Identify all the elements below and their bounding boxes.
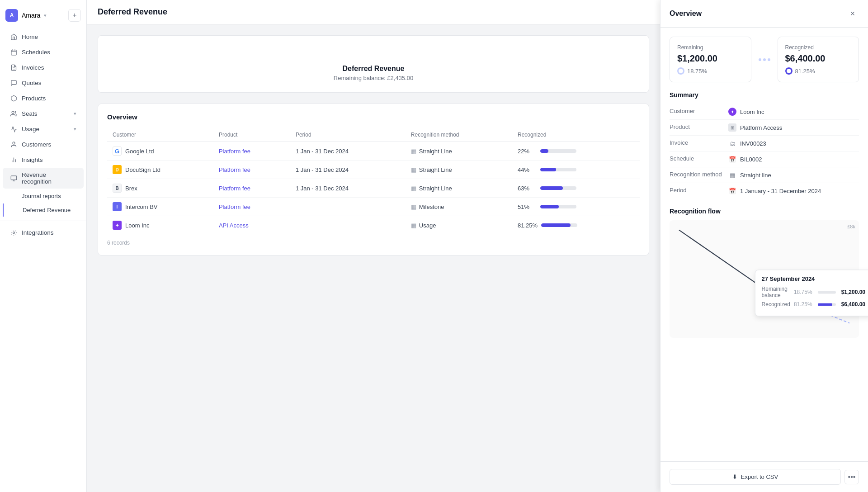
table-row[interactable]: ✦ Loom Inc API Access ▦ Usage 81.25% bbox=[107, 216, 640, 235]
method-name: Straight Line bbox=[419, 166, 452, 173]
svg-rect-11 bbox=[11, 175, 17, 180]
chart-subtitle: Remaining balance: £2,435.00 bbox=[334, 75, 413, 81]
chart-card: Deferred Revenue Remaining balance: £2,4… bbox=[98, 35, 649, 93]
svg-point-7 bbox=[13, 142, 15, 144]
tooltip-date: 27 September 2024 bbox=[762, 275, 865, 282]
summary-key-period: Period bbox=[670, 187, 728, 194]
platform-access-icon: ⊞ bbox=[728, 123, 736, 132]
panel-title: Overview bbox=[670, 9, 702, 18]
product-link[interactable]: Platform fee bbox=[219, 148, 250, 155]
cell-product: Platform fee bbox=[213, 142, 290, 161]
sidebar-item-usage[interactable]: Usage ▾ bbox=[3, 122, 84, 136]
progress-bar-container bbox=[541, 223, 577, 227]
customers-icon bbox=[10, 141, 17, 148]
panel-close-button[interactable]: × bbox=[846, 7, 859, 20]
table-row[interactable]: D DocuSign Ltd Platform fee 1 Jan - 31 D… bbox=[107, 161, 640, 179]
cell-product: Platform fee bbox=[213, 179, 290, 198]
panel-footer: ⬇ Export to CSV ••• bbox=[660, 461, 868, 492]
sidebar-sub-item-deferred-revenue[interactable]: Deferred Revenue bbox=[3, 203, 84, 217]
overview-table: Customer Product Period Recognition meth… bbox=[107, 128, 640, 234]
stat-remaining-pct: 18.75% bbox=[677, 67, 744, 75]
recognized-pct-text: 51% bbox=[518, 203, 537, 210]
stat-card-recognized: Recognized $6,400.00 81.25% bbox=[778, 37, 859, 82]
tooltip-recognized-label: Recognized bbox=[762, 301, 790, 308]
home-icon bbox=[10, 33, 17, 40]
flow-title: Recognition flow bbox=[670, 208, 859, 215]
sidebar-item-products[interactable]: Products bbox=[3, 91, 84, 105]
sidebar-item-schedules-label: Schedules bbox=[22, 49, 76, 56]
sidebar-item-home-label: Home bbox=[22, 33, 76, 40]
sidebar-item-integrations[interactable]: Integrations bbox=[3, 225, 84, 240]
summary-key-method: Recognition method bbox=[670, 171, 728, 178]
cell-method: ▦ Milestone bbox=[406, 198, 512, 216]
sidebar-item-customers[interactable]: Customers bbox=[3, 137, 84, 151]
method-icon: ▦ bbox=[728, 171, 736, 179]
remaining-pct-label: 18.75% bbox=[687, 68, 707, 75]
tooltip-remaining-amount: $1,200.00 bbox=[841, 289, 865, 295]
panel-more-button[interactable]: ••• bbox=[844, 470, 859, 484]
summary-row-invoice: Invoice 🗂 INV00023 bbox=[670, 136, 859, 151]
sidebar-item-revenue-recognition[interactable]: Revenue recognition bbox=[3, 168, 84, 189]
sidebar-header: A Amara ▾ + bbox=[0, 5, 86, 29]
col-recognized: Recognized bbox=[512, 128, 640, 142]
col-method: Recognition method bbox=[406, 128, 512, 142]
schedules-icon bbox=[10, 48, 17, 56]
add-workspace-button[interactable]: + bbox=[68, 9, 81, 22]
summary-product-name: Platform Access bbox=[740, 124, 782, 131]
customer-name: Brex bbox=[125, 185, 137, 192]
sidebar-item-seats[interactable]: Seats ▾ bbox=[3, 106, 84, 121]
sidebar: A Amara ▾ + Home Schedules Invoices Quot… bbox=[0, 0, 87, 492]
table-row[interactable]: B Brex Platform fee 1 Jan - 31 Dec 2024 … bbox=[107, 179, 640, 198]
tooltip-remaining-bar-fill bbox=[818, 291, 821, 293]
brand-button[interactable]: A Amara ▾ bbox=[5, 9, 47, 22]
tooltip-row-recognized: Recognized 81.25% $6,400.00 bbox=[762, 301, 865, 308]
product-link[interactable]: API Access bbox=[219, 222, 249, 229]
summary-section: Summary Customer ✦ Loom Inc Product ⊞ Pl… bbox=[670, 91, 859, 199]
progress-bar-fill bbox=[540, 186, 563, 190]
product-link[interactable]: Platform fee bbox=[219, 203, 250, 210]
summary-key-product: Product bbox=[670, 123, 728, 130]
table-row[interactable]: I Intercom BV Platform fee ▦ Milestone 5… bbox=[107, 198, 640, 216]
table-row[interactable]: G Google Ltd Platform fee 1 Jan - 31 Dec… bbox=[107, 142, 640, 161]
stats-row: Remaining $1,200.00 18.75% Recognized $6… bbox=[670, 37, 859, 82]
invoice-icon: 🗂 bbox=[728, 139, 736, 147]
sidebar-item-insights[interactable]: Insights bbox=[3, 152, 84, 167]
sidebar-item-customers-label: Customers bbox=[22, 141, 76, 148]
summary-val-period: 📅 1 January - 31 December 2024 bbox=[728, 187, 821, 195]
cell-period bbox=[290, 216, 406, 235]
sidebar-item-invoices[interactable]: Invoices bbox=[3, 60, 84, 75]
sidebar-item-home[interactable]: Home bbox=[3, 29, 84, 44]
summary-key-invoice: Invoice bbox=[670, 139, 728, 146]
content-area: Deferred Revenue Remaining balance: £2,4… bbox=[87, 24, 660, 492]
customer-name: Intercom BV bbox=[125, 203, 158, 210]
sidebar-item-integrations-label: Integrations bbox=[22, 229, 76, 236]
summary-row-schedule: Schedule 📅 BIL0002 bbox=[670, 151, 859, 167]
export-csv-button[interactable]: ⬇ Export to CSV bbox=[670, 469, 841, 485]
loom-brand-icon: ✦ bbox=[728, 108, 736, 116]
sidebar-sub-item-journal-reports[interactable]: Journal reports bbox=[3, 189, 84, 203]
summary-customer-name: Loom Inc bbox=[740, 109, 764, 115]
product-link[interactable]: Platform fee bbox=[219, 185, 250, 192]
tooltip-remaining-pct: 18.75% bbox=[794, 289, 812, 295]
method-name: Milestone bbox=[419, 203, 444, 210]
sidebar-item-schedules[interactable]: Schedules bbox=[3, 45, 84, 59]
revenue-icon bbox=[10, 175, 17, 182]
product-link[interactable]: Platform fee bbox=[219, 166, 250, 173]
invoices-icon bbox=[10, 64, 17, 71]
cell-method: ▦ Straight Line bbox=[406, 161, 512, 179]
cell-customer: D DocuSign Ltd bbox=[107, 161, 213, 179]
recognition-flow-section: Recognition flow £8k £4k 27 September 20… bbox=[670, 208, 859, 338]
method-table-icon: ▦ bbox=[411, 185, 416, 192]
cell-period: 1 Jan - 31 Dec 2024 bbox=[290, 179, 406, 198]
schedule-icon: 📅 bbox=[728, 155, 736, 163]
progress-bar-container bbox=[540, 168, 576, 171]
tooltip-recognized-bar-fill bbox=[818, 303, 833, 306]
quotes-icon bbox=[10, 79, 17, 86]
summary-method-value: Straight line bbox=[740, 172, 771, 179]
sidebar-item-quotes[interactable]: Quotes bbox=[3, 76, 84, 90]
dot-3 bbox=[768, 58, 770, 61]
sidebar-divider bbox=[0, 221, 86, 221]
export-label: Export to CSV bbox=[741, 473, 778, 480]
summary-val-customer: ✦ Loom Inc bbox=[728, 108, 764, 116]
products-icon bbox=[10, 95, 17, 102]
